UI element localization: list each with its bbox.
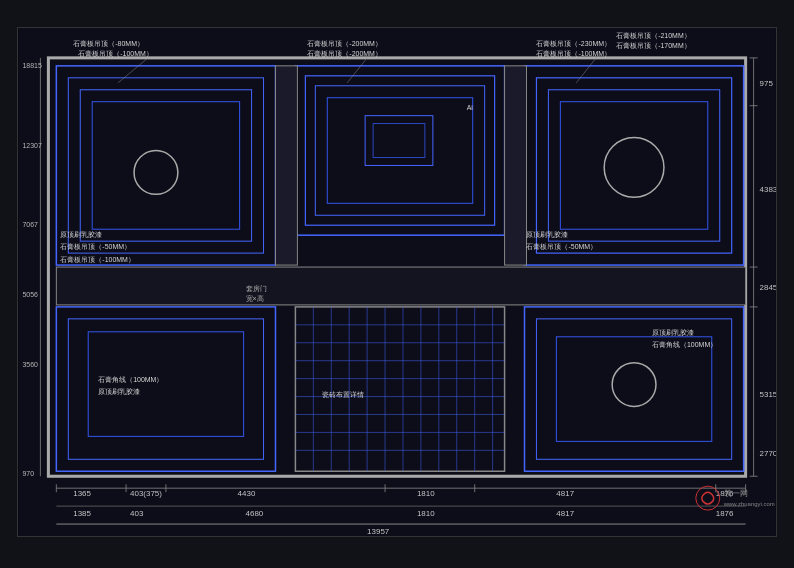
- svg-text:13957: 13957: [367, 527, 390, 536]
- svg-text:1810: 1810: [417, 509, 435, 518]
- svg-text:原顶刷乳胶漆: 原顶刷乳胶漆: [60, 231, 102, 238]
- svg-text:5315: 5315: [760, 390, 776, 399]
- svg-text:2845: 2845: [760, 283, 776, 292]
- svg-text:5056: 5056: [22, 291, 38, 298]
- svg-text:1810: 1810: [417, 489, 435, 498]
- svg-text:石膏板吊顶（-50MM）: 石膏板吊顶（-50MM）: [60, 243, 131, 251]
- svg-text:石膏板吊顶（-50MM）: 石膏板吊顶（-50MM）: [526, 243, 597, 251]
- svg-text:石膏板吊顶（-100MM）: 石膏板吊顶（-100MM）: [60, 256, 135, 264]
- svg-text:4383: 4383: [760, 185, 776, 194]
- svg-rect-19: [275, 66, 297, 265]
- svg-text:403(375): 403(375): [130, 489, 162, 498]
- svg-text:石膏板吊顶（-200MM）: 石膏板吊顶（-200MM）: [307, 50, 382, 58]
- svg-text:石膏板吊顶（-230MM）: 石膏板吊顶（-230MM）: [536, 40, 611, 48]
- svg-text:www.zhuangyi.com: www.zhuangyi.com: [723, 501, 775, 507]
- svg-text:4817: 4817: [556, 509, 574, 518]
- svg-text:1365: 1365: [73, 489, 91, 498]
- svg-text:石膏板吊顶（-100MM）: 石膏板吊顶（-100MM）: [536, 50, 611, 58]
- svg-rect-20: [505, 66, 527, 265]
- svg-text:2770: 2770: [760, 449, 776, 458]
- svg-text:18815: 18815: [22, 62, 42, 69]
- svg-text:1876: 1876: [716, 509, 734, 518]
- blueprint-svg: 石膏角线（100MM） 原顶刷乳胶漆: [18, 28, 776, 536]
- svg-text:1385: 1385: [73, 509, 91, 518]
- page-container: 石膏角线（100MM） 原顶刷乳胶漆: [0, 0, 794, 568]
- svg-text:4680: 4680: [246, 509, 264, 518]
- svg-text:石膏板吊顶（-210MM）: 石膏板吊顶（-210MM）: [616, 32, 691, 40]
- svg-text:套房门: 套房门: [246, 285, 267, 292]
- svg-rect-54: [56, 267, 745, 305]
- svg-text:石膏板吊顶（-80MM）: 石膏板吊顶（-80MM）: [73, 40, 144, 48]
- svg-text:原顶刷乳胶漆: 原顶刷乳胶漆: [526, 231, 568, 238]
- svg-text:970: 970: [22, 470, 34, 477]
- svg-text:403: 403: [130, 509, 144, 518]
- blueprint-area: 石膏角线（100MM） 原顶刷乳胶漆: [17, 27, 777, 537]
- svg-text:4430: 4430: [238, 489, 256, 498]
- svg-text:装一网: 装一网: [724, 489, 748, 498]
- svg-text:石膏板吊顶（-200MM）: 石膏板吊顶（-200MM）: [307, 40, 382, 48]
- svg-text:宽×高: 宽×高: [246, 295, 264, 303]
- svg-text:原顶刷乳胶漆: 原顶刷乳胶漆: [652, 329, 694, 336]
- svg-text:3560: 3560: [22, 361, 38, 368]
- svg-text:石膏角线（100MM）: 石膏角线（100MM）: [98, 376, 163, 384]
- svg-text:7067: 7067: [22, 221, 38, 228]
- svg-text:4817: 4817: [556, 489, 574, 498]
- svg-text:Ai: Ai: [467, 104, 474, 111]
- svg-text:12307: 12307: [22, 142, 42, 149]
- svg-text:瓷砖布置详情: 瓷砖布置详情: [322, 391, 364, 399]
- svg-text:石膏板吊顶（-170MM）: 石膏板吊顶（-170MM）: [616, 42, 691, 50]
- svg-text:石膏板吊顶（-100MM）: 石膏板吊顶（-100MM）: [78, 50, 153, 58]
- svg-text:原顶刷乳胶漆: 原顶刷乳胶漆: [98, 388, 140, 395]
- svg-text:975: 975: [760, 79, 774, 88]
- svg-text:石膏角线（100MM）: 石膏角线（100MM）: [652, 341, 717, 349]
